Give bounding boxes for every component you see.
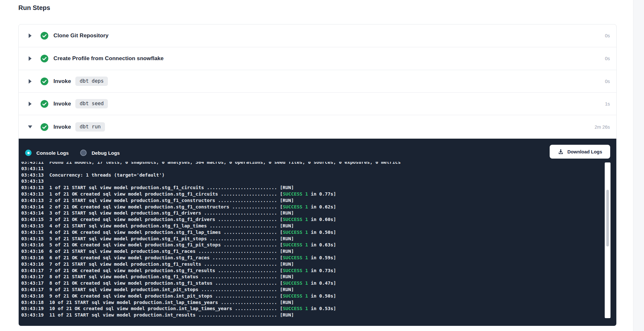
- log-line: 03:43:18 9 of 21 OK created sql view mod…: [21, 293, 578, 299]
- log-tabs: Console Logs Debug Logs: [25, 150, 120, 156]
- radio-selected-icon: [25, 150, 32, 156]
- log-output: 03:43:11 Found 21 models, 17 tests, 0 sn…: [21, 162, 578, 324]
- log-line: 03:43:15 4 of 21 START sql view model pr…: [21, 223, 578, 229]
- log-scrollbar-track[interactable]: [605, 162, 611, 318]
- success-check-icon: [41, 32, 48, 40]
- log-line: 03:43:19 10 of 21 OK created sql view mo…: [21, 306, 578, 312]
- log-line: 03:43:17 7 of 21 OK created sql view mod…: [21, 268, 578, 274]
- download-icon: [558, 149, 564, 155]
- chevron-right-icon: [28, 33, 33, 38]
- step-title: Create Profile from Connection snowflake: [53, 55, 164, 62]
- step-duration: 2m 26s: [594, 124, 616, 130]
- command-badge: dbt run: [75, 122, 105, 132]
- run-steps-card: Clone Git Repository 0s Create Profile f…: [18, 24, 617, 326]
- step-row-invoke-dbt-deps[interactable]: Invoke dbt deps 0s: [19, 70, 616, 92]
- log-line: 03:43:16 6 of 21 START sql view model pr…: [21, 248, 578, 255]
- log-line: 03:43:14 3 of 21 START sql view model pr…: [21, 210, 578, 216]
- chevron-right-icon: [28, 79, 33, 84]
- log-line: 03:43:13 1 of 21 OK created sql view mod…: [21, 191, 578, 198]
- step-row-create-profile[interactable]: Create Profile from Connection snowflake…: [19, 47, 616, 70]
- log-line: 03:43:15 4 of 21 OK created sql view mod…: [21, 229, 578, 236]
- radio-unselected-icon: [80, 150, 87, 156]
- chevron-right-icon: [28, 56, 33, 61]
- command-badge: dbt seed: [75, 99, 108, 108]
- log-line: 03:43:16 7 of 21 START sql view model pr…: [21, 261, 578, 268]
- log-line: 03:43:14 2 of 21 OK created sql view mod…: [21, 204, 578, 210]
- step-duration: 1s: [605, 101, 616, 106]
- tab-label: Debug Logs: [91, 150, 120, 156]
- step-duration: 0s: [605, 33, 616, 38]
- log-line: 03:43:17 8 of 21 START sql view model pr…: [21, 274, 578, 280]
- log-line: 03:43:15 5 of 21 START sql view model pr…: [21, 236, 578, 242]
- log-line: 03:43:17 9 of 21 START sql view model pr…: [21, 287, 578, 293]
- log-line: 03:43:15 3 of 21 OK created sql view mod…: [21, 216, 578, 223]
- step-title: Invoke: [53, 101, 71, 107]
- log-line: 03:43:16 5 of 21 OK created sql view mod…: [21, 242, 578, 248]
- log-line: 03:43:13: [21, 178, 578, 185]
- log-line: 03:43:11: [21, 166, 578, 172]
- log-line: 03:43:17 8 of 21 OK created sql view mod…: [21, 280, 578, 287]
- page-title: Run Steps: [18, 4, 50, 12]
- debug-logs-tab[interactable]: Debug Logs: [80, 150, 120, 156]
- step-row-clone-git-repository[interactable]: Clone Git Repository 0s: [19, 24, 616, 47]
- download-logs-button[interactable]: Download Logs: [550, 145, 610, 159]
- log-line: 03:43:11 Found 21 models, 17 tests, 0 sn…: [21, 162, 578, 166]
- step-duration: 0s: [605, 79, 616, 84]
- log-line: 03:43:16 6 of 21 OK created sql view mod…: [21, 255, 578, 261]
- download-logs-label: Download Logs: [567, 149, 602, 154]
- success-check-icon: [41, 100, 48, 108]
- right-gutter: [633, 0, 644, 331]
- log-line: 03:43:19 11 of 21 START sql view model p…: [21, 312, 578, 318]
- step-title: Invoke: [53, 78, 71, 85]
- success-check-icon: [41, 55, 48, 62]
- log-line: 03:43:13 2 of 21 START sql view model pr…: [21, 198, 578, 204]
- success-check-icon: [41, 78, 48, 85]
- command-badge: dbt deps: [75, 77, 108, 86]
- log-scrollbar-thumb[interactable]: [606, 190, 609, 246]
- chevron-down-icon: [28, 124, 33, 130]
- step-duration: 0s: [605, 56, 616, 61]
- run-steps-page: Run Steps Clone Git Repository 0s Create…: [0, 0, 644, 331]
- log-line: 03:43:18 10 of 21 START sql view model p…: [21, 299, 578, 306]
- step-title: Invoke: [53, 124, 71, 130]
- step-row-invoke-dbt-run[interactable]: Invoke dbt run 2m 26s: [19, 115, 616, 139]
- success-check-icon: [41, 123, 48, 131]
- log-line: 03:43:13 Concurrency: 1 threads (target=…: [21, 172, 578, 179]
- console-logs-tab[interactable]: Console Logs: [25, 150, 69, 156]
- tab-label: Console Logs: [36, 150, 69, 156]
- log-line: 03:43:13 1 of 21 START sql view model pr…: [21, 185, 578, 191]
- step-title: Clone Git Repository: [53, 32, 109, 39]
- chevron-right-icon: [28, 101, 33, 106]
- step-row-invoke-dbt-seed[interactable]: Invoke dbt seed 1s: [19, 92, 616, 115]
- log-panel: Console Logs Debug Logs Download Logs 03…: [19, 139, 616, 326]
